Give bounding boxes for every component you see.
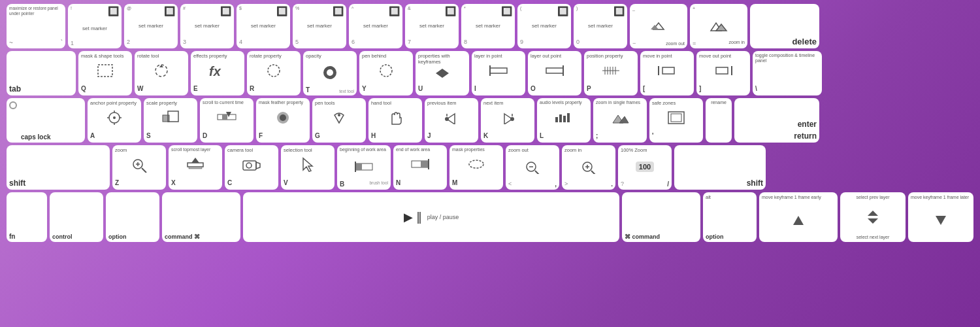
key-control[interactable]: control bbox=[50, 192, 103, 242]
zoom-in-key-icon bbox=[580, 160, 597, 174]
key-r[interactable]: rotate property R bbox=[247, 51, 301, 95]
key-equals[interactable]: + = zoom in bbox=[690, 4, 747, 48]
scale-icon bbox=[161, 110, 180, 126]
prev-item-icon bbox=[442, 111, 461, 124]
svg-rect-4 bbox=[98, 65, 112, 77]
key-bracket-r[interactable]: move out point ] bbox=[696, 51, 750, 95]
key-rename[interactable]: rename bbox=[706, 98, 732, 143]
key-j[interactable]: previous item J bbox=[425, 98, 478, 143]
key-k[interactable]: next item K bbox=[481, 98, 534, 143]
tab-label: tab bbox=[9, 84, 73, 94]
key-period[interactable]: zoom in >. bbox=[562, 145, 615, 190]
svg-point-9 bbox=[327, 69, 333, 76]
dashed-circle-icon bbox=[377, 63, 395, 78]
move-out-icon bbox=[713, 64, 733, 77]
key-t[interactable]: opacity T text tool bbox=[303, 51, 357, 95]
svg-point-10 bbox=[380, 65, 392, 77]
key-e[interactable]: effects property fx E bbox=[191, 51, 244, 95]
key-m[interactable]: mask properties M bbox=[449, 145, 503, 190]
key-minus[interactable]: _ − zoom out bbox=[630, 4, 687, 48]
key-n[interactable]: end of work area N bbox=[393, 145, 447, 190]
svg-rect-66 bbox=[355, 164, 362, 170]
key-slash[interactable]: 100% Zoom 100 ?/ bbox=[618, 145, 672, 190]
key-command-right[interactable]: ⌘ command bbox=[622, 192, 700, 242]
key-2[interactable]: @🔲 set marker 2 bbox=[124, 4, 178, 48]
key-h[interactable]: hand tool H bbox=[368, 98, 422, 143]
key-f[interactable]: mask feather property F bbox=[256, 98, 310, 143]
key-8[interactable]: *🔲 set marker 8 bbox=[461, 4, 515, 48]
pen-tool-icon bbox=[331, 110, 348, 126]
kf-late-arrow-icon bbox=[933, 215, 949, 226]
key-command-left[interactable]: command ⌘ bbox=[162, 192, 240, 242]
key-o[interactable]: layer out point O bbox=[528, 51, 581, 95]
svg-rect-12 bbox=[490, 68, 507, 73]
svg-rect-46 bbox=[555, 117, 558, 122]
play-pause-icon: ▶ ‖ bbox=[404, 210, 422, 224]
key-p[interactable]: position property P bbox=[584, 51, 638, 95]
key-move-kf-late[interactable]: move keyframe 1 frame later bbox=[908, 192, 973, 242]
row-bottom: fn control option command ⌘ ▶ ‖ play / p… bbox=[7, 192, 973, 242]
key-i[interactable]: layer in point I bbox=[472, 51, 525, 95]
key-semicolon[interactable]: zoom in single frames ; bbox=[593, 98, 647, 143]
key-d[interactable]: scroll to current time D bbox=[200, 98, 253, 143]
play-pause-label: play / pause bbox=[427, 214, 459, 220]
key-0[interactable]: )🔲 set marker 0 bbox=[574, 4, 627, 48]
row-asdf: caps lock anchor point property A scale … bbox=[7, 98, 973, 143]
key-shift-right[interactable]: shift bbox=[674, 145, 766, 190]
key-b[interactable]: beginning of work area B brush tool bbox=[337, 145, 391, 190]
timeline-scroll-icon bbox=[217, 111, 237, 124]
svg-rect-22 bbox=[662, 67, 674, 74]
key-caps-lock[interactable]: caps lock bbox=[7, 98, 85, 143]
key-l[interactable]: audio levels property L bbox=[537, 98, 591, 143]
key-fn[interactable]: fn bbox=[7, 192, 47, 242]
key-a[interactable]: anchor point property A bbox=[88, 98, 141, 143]
key-q[interactable]: mask & shape tools Q bbox=[78, 51, 132, 95]
key-9[interactable]: (🔲 set marker 9 bbox=[517, 4, 571, 48]
key-g[interactable]: pen tools G bbox=[312, 98, 366, 143]
svg-rect-58 bbox=[188, 163, 203, 167]
keyboard: maximize or restore panel under pointer … bbox=[7, 4, 973, 242]
key-tab[interactable]: tab bbox=[7, 51, 76, 95]
key-c[interactable]: camera tool C bbox=[225, 145, 278, 190]
mountains-icon bbox=[710, 19, 728, 32]
select-layers-icon bbox=[865, 209, 881, 225]
svg-point-41 bbox=[445, 117, 449, 121]
key-x[interactable]: scroll topmost layer X bbox=[169, 145, 222, 190]
svg-marker-82 bbox=[936, 216, 946, 225]
svg-rect-49 bbox=[567, 113, 570, 122]
key-shift-left[interactable]: shift bbox=[7, 145, 110, 190]
key-quote[interactable]: safe zones ' bbox=[649, 98, 703, 143]
key-5[interactable]: %🔲 set marker 5 bbox=[293, 4, 346, 48]
key-option-right[interactable]: alt option bbox=[703, 192, 757, 242]
key-7[interactable]: &🔲 set marker 7 bbox=[405, 4, 459, 48]
key-enter[interactable]: enter return bbox=[734, 98, 819, 143]
key-s[interactable]: scale property S bbox=[144, 98, 197, 143]
key-v[interactable]: selection tool V bbox=[281, 145, 335, 190]
key-escape[interactable]: maximize or restore panel under pointer … bbox=[7, 4, 65, 48]
key-1[interactable]: !🔲 set marker 1 bbox=[68, 4, 122, 48]
opacity-circle-icon bbox=[321, 65, 339, 80]
key-move-kf-early[interactable]: move keyframe 1 frame early bbox=[759, 192, 838, 242]
svg-rect-53 bbox=[671, 114, 681, 122]
key-z[interactable]: zoom Z bbox=[112, 145, 166, 190]
key-bracket-l[interactable]: move in point [ bbox=[640, 51, 694, 95]
key-w[interactable]: rotate tool W bbox=[135, 51, 188, 95]
mask-feather-icon bbox=[274, 109, 291, 125]
zoom-out-key-icon bbox=[524, 160, 541, 174]
key-comma[interactable]: zoom out <, bbox=[506, 145, 559, 190]
key-y[interactable]: pen behind Y bbox=[359, 51, 413, 95]
key-u[interactable]: properties with keyframes U bbox=[416, 51, 469, 95]
rotate-circle-icon bbox=[153, 62, 170, 79]
key-backslash[interactable]: toggle composition & timeline panel \ bbox=[753, 51, 822, 95]
key-delete[interactable]: delete bbox=[750, 4, 819, 48]
key-6[interactable]: ^🔲 set marker 6 bbox=[349, 4, 402, 48]
key-4[interactable]: $🔲 set marker 4 bbox=[237, 4, 290, 48]
dashed-rect-icon bbox=[97, 63, 114, 78]
key-spacebar[interactable]: ▶ ‖ play / pause bbox=[243, 192, 619, 242]
svg-rect-47 bbox=[559, 114, 562, 122]
key-option-left[interactable]: option bbox=[106, 192, 159, 242]
key-select-layers[interactable]: select prev layer select next layer bbox=[840, 192, 906, 242]
svg-line-76 bbox=[591, 171, 595, 174]
key-3[interactable]: #🔲 set marker 3 bbox=[180, 4, 234, 48]
mask-props-icon bbox=[467, 158, 485, 170]
